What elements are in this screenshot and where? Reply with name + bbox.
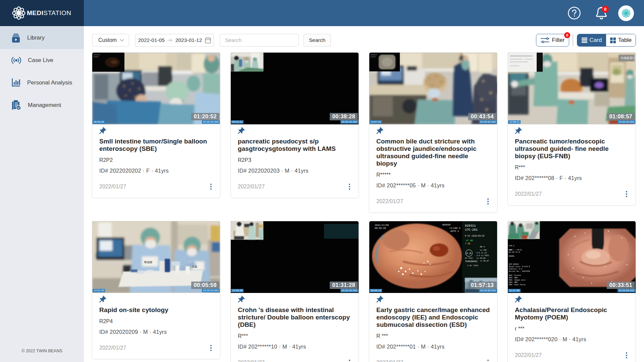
svg-text:NOOOOF: NOOOOF [442, 224, 451, 226]
svg-text:2021/11/06: 2021/11/06 [375, 224, 389, 227]
svg-text:SW1: Freeze: SW1: Freeze [509, 274, 521, 277]
svg-text:■■■/---(0/1): ■■■/---(0/1) [509, 249, 522, 251]
svg-text:2022/01/27: 2022/01/27 [93, 54, 100, 56]
svg-text:Serial No.: 2027830: Serial No.: 2027830 [509, 270, 530, 273]
svg-text:允義: 允義 [192, 265, 197, 268]
svg-text:SW5: Dual Focus: SW5: Dual Focus [509, 284, 526, 286]
svg-text:+1/100 ⊕: +1/100 ⊕ [449, 227, 461, 230]
svg-text:17C-261: 17C-261 [465, 228, 478, 232]
svg-text:2.8: 2.8 [466, 252, 471, 255]
svg-text:7-SE: 7-SE [465, 242, 471, 245]
svg-text:HT NR: HT NR [466, 239, 473, 242]
svg-text:829311: 829311 [465, 224, 476, 228]
svg-text:Ek:A8 Cx:0: Ek:A8 Cx:0 [509, 251, 520, 253]
svg-text:to ON,DN: to ON,DN [477, 257, 485, 259]
svg-text:内視鏡室(七): 内視鏡室(七) [621, 56, 636, 60]
svg-text:GIF-Q260J: GIF-Q260J [509, 263, 519, 265]
svg-text:to ON,UP: to ON,UP [480, 260, 489, 262]
svg-text:9.8 to IRIS: 9.8 to IRIS [477, 254, 489, 257]
svg-text:Scope size: 9.9/9.9: Scope size: 9.9/9.9 [509, 265, 530, 268]
svg-text:EG-760Z: EG-760Z [465, 257, 473, 259]
svg-text:to FRZ: to FRZ [480, 249, 487, 251]
svg-text:CVP:1: CVP:1 [509, 245, 515, 247]
svg-text:SW2: NBI: SW2: NBI [509, 277, 518, 279]
svg-text:7G403K031: 7G403K031 [465, 260, 478, 263]
svg-text:⚙ BL-7000: ⚙ BL-7000 [467, 264, 478, 267]
svg-text:2022/01/27: 2022/01/27 [370, 54, 377, 56]
svg-text:鄭祖耀: 鄭祖耀 [144, 261, 152, 264]
svg-text:10:57:32: 10:57:32 [370, 56, 376, 58]
svg-text:08:56:26: 08:56:26 [375, 227, 386, 230]
svg-text:AUTO ⊙: AUTO ⊙ [450, 230, 459, 233]
svg-text:SW3: Image size: SW3: Image size [509, 279, 526, 281]
svg-text:M 02 1939/09/20: M 02 1939/09/20 [465, 235, 485, 237]
svg-text:SW4: NBI: SW4: NBI [509, 281, 518, 284]
svg-text:BB ●: BB ● [480, 246, 485, 248]
svg-text:Channel: 3.2: Channel: 3.2 [509, 268, 522, 270]
svg-text:ROOM1: ROOM1 [509, 255, 515, 257]
svg-text:9.9 to LN: 9.9 to LN [477, 252, 487, 254]
svg-text:08:08:06: 08:08:06 [93, 56, 99, 58]
